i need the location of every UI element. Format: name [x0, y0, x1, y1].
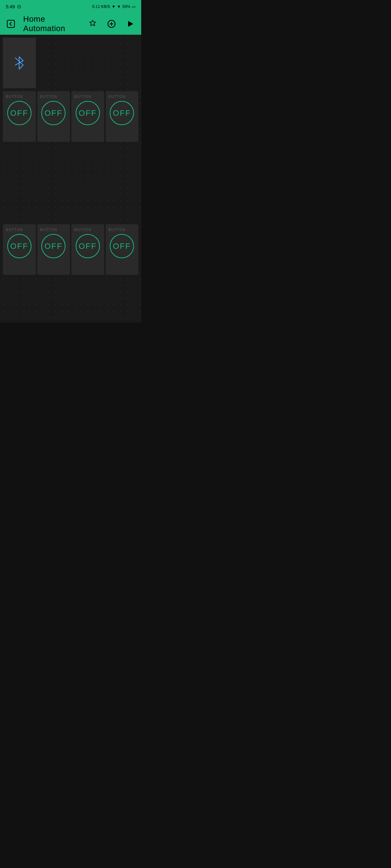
add-button[interactable] [105, 17, 118, 30]
button-widget-1-4: BUTTON OFF [106, 91, 139, 142]
signal-icon: ▼ [112, 4, 115, 9]
empty-cell-1-4 [106, 38, 139, 61]
back-button[interactable] [4, 17, 17, 30]
status-icons: 0.11 KB/S ▼ ▼ 59% ▭ [92, 4, 135, 9]
button-toggle-1-2[interactable]: OFF [41, 101, 66, 125]
empty-cell-2-2 [37, 64, 70, 90]
status-time: 5:49 [6, 4, 15, 9]
svg-rect-0 [7, 20, 14, 27]
empty-mid-1 [3, 143, 36, 167]
button-label-2-4: BUTTON [109, 228, 126, 232]
main-grid: BUTTON OFF BUTTON OFF BUTTON OFF BUTTON … [0, 35, 141, 323]
network-speed: 0.11 KB/S [92, 4, 110, 9]
empty-cell-1-2 [71, 38, 104, 61]
bottom-empty-area [3, 276, 138, 320]
button-label-1-2: BUTTON [40, 95, 57, 99]
bluetooth-widget[interactable] [3, 38, 36, 88]
button-widget-2-1: BUTTON OFF [3, 224, 36, 275]
button-toggle-2-4[interactable]: OFF [110, 234, 134, 258]
button-row-2: BUTTON OFF BUTTON OFF BUTTON OFF BUTTON … [3, 224, 138, 275]
button-widget-2-4: BUTTON OFF [106, 224, 139, 275]
play-button[interactable] [124, 17, 137, 30]
button-state-2-3: OFF [79, 242, 97, 251]
button-widget-2-3: BUTTON OFF [71, 224, 104, 275]
record-icon: ⊙ [17, 4, 21, 9]
button-toggle-1-3[interactable]: OFF [76, 101, 100, 125]
button-label-1-3: BUTTON [74, 95, 91, 99]
app-bar: Home Automation [0, 13, 141, 35]
button-toggle-2-3[interactable]: OFF [76, 234, 100, 258]
button-label-1-4: BUTTON [109, 95, 126, 99]
empty-middle-area [3, 143, 138, 223]
button-label-1-1: BUTTON [6, 95, 23, 99]
empty-mid-3 [71, 143, 104, 167]
wifi-icon: ▼ [117, 4, 121, 9]
empty-cell-1-1 [37, 38, 70, 61]
svg-marker-1 [90, 20, 96, 26]
battery-percent: 59% [122, 4, 130, 9]
button-state-2-2: OFF [45, 242, 63, 251]
button-toggle-1-1[interactable]: OFF [7, 101, 31, 125]
bluetooth-icon [8, 52, 30, 74]
button-state-2-1: OFF [10, 242, 28, 251]
button-state-1-4: OFF [113, 109, 131, 118]
button-label-2-2: BUTTON [40, 228, 57, 232]
app-title: Home Automation [23, 14, 80, 33]
empty-mid-2 [37, 143, 70, 167]
svg-marker-5 [128, 21, 133, 27]
button-toggle-2-1[interactable]: OFF [7, 234, 31, 258]
empty-cell-2-4 [71, 64, 104, 90]
button-state-1-3: OFF [79, 109, 97, 118]
button-label-2-1: BUTTON [6, 228, 23, 232]
settings-button[interactable] [86, 17, 99, 30]
button-widget-1-2: BUTTON OFF [37, 91, 70, 142]
status-time-section: 5:49 ⊙ [6, 4, 21, 9]
button-label-2-3: BUTTON [74, 228, 91, 232]
status-bar: 5:49 ⊙ 0.11 KB/S ▼ ▼ 59% ▭ [0, 0, 141, 13]
button-widget-1-3: BUTTON OFF [71, 91, 104, 142]
button-toggle-2-2[interactable]: OFF [41, 234, 66, 258]
button-state-1-1: OFF [10, 109, 28, 118]
button-toggle-1-4[interactable]: OFF [110, 101, 134, 125]
empty-mid-4 [106, 143, 139, 167]
button-widget-2-2: BUTTON OFF [37, 224, 70, 275]
battery-icon: ▭ [132, 4, 135, 9]
button-state-2-4: OFF [113, 242, 131, 251]
button-state-1-2: OFF [45, 109, 63, 118]
button-row-1: BUTTON OFF BUTTON OFF BUTTON OFF BUTTON … [3, 91, 138, 142]
top-row-1 [3, 38, 138, 63]
button-widget-1-1: BUTTON OFF [3, 91, 36, 142]
